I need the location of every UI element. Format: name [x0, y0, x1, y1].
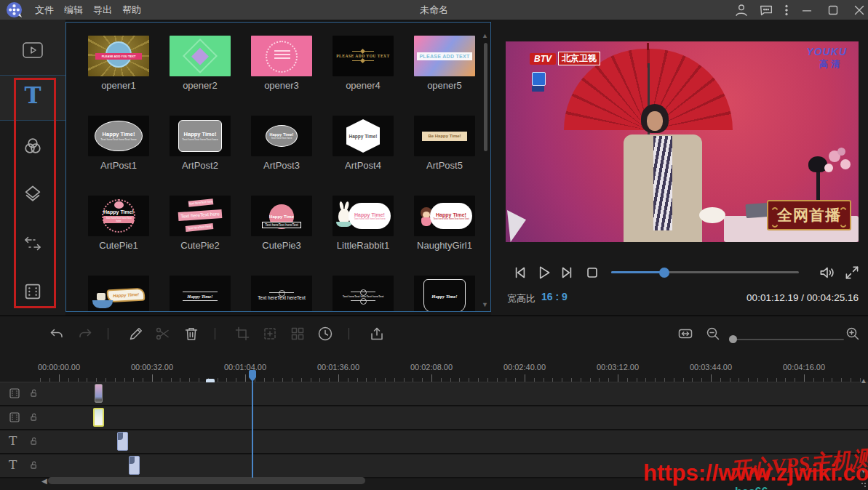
template-item-CutePie3[interactable]: Happy TimeText hereText hereTextCutePie3 [241, 196, 322, 251]
template-item-row4-4[interactable]: Text hereText hereText hereText [322, 276, 404, 312]
template-item-opener2[interactable]: opener2 [159, 36, 241, 91]
filmstrip-icon [7, 387, 22, 400]
template-item-row4-1[interactable]: Happy Time! [78, 276, 159, 312]
filters-icon [22, 136, 44, 156]
minimize-icon[interactable] [799, 2, 815, 18]
hscroll-left-icon[interactable]: ◀ [41, 478, 47, 485]
template-item-row4-3[interactable]: Text hereText hereText [241, 276, 322, 312]
timeline-clip[interactable] [129, 456, 140, 475]
template-item-opener3[interactable]: opener3 [241, 36, 322, 91]
timeline-clip[interactable] [117, 432, 128, 451]
youku-logo: YOUKU [806, 46, 847, 57]
template-label: LittleRabbit1 [322, 240, 404, 251]
delete-icon[interactable] [183, 325, 200, 342]
ruler-timecode: 00:04:16.00 [768, 363, 840, 371]
ruler-timecode: 00:03:44.00 [674, 363, 747, 371]
video-preview[interactable]: BTV 北京卫视 YOUKU 高清 全网首播 [506, 41, 859, 242]
sidebar-tab-transitions[interactable] [21, 232, 44, 255]
sidebar-tab-elements[interactable] [21, 280, 44, 303]
account-icon[interactable] [733, 2, 749, 18]
ruler-timecode: 00:00:32.00 [116, 363, 188, 371]
fit-timeline-icon[interactable] [677, 325, 694, 342]
prev-frame-button[interactable] [511, 263, 530, 282]
text-track-icon: T [9, 457, 17, 472]
unlock-icon[interactable] [29, 388, 39, 398]
template-label: opener4 [322, 80, 404, 91]
text-icon: T [24, 84, 41, 107]
template-item-opener1[interactable]: PLEASE ADD YOU TEXTopener1 [78, 36, 159, 91]
template-item-LittleRabbit1[interactable]: Happy Time!Text hereText hereText hereLi… [322, 196, 404, 251]
zoom-in-icon[interactable] [844, 325, 861, 342]
template-label: CutePie1 [78, 240, 159, 251]
crop-icon [234, 325, 251, 342]
ruler-timecode: 00:01:04.00 [209, 363, 282, 371]
sidebar-tab-filters[interactable] [21, 134, 44, 158]
text-track-icon: T [9, 433, 17, 448]
close-icon[interactable] [851, 2, 867, 18]
zoom-slider[interactable] [729, 339, 844, 340]
timeline-clip[interactable] [95, 384, 103, 403]
template-item-CutePie1[interactable]: Happy Time!Text hereText hereText hereCu… [78, 196, 159, 251]
channel-name: 北京卫视 [558, 52, 600, 65]
unlock-icon[interactable] [29, 436, 39, 446]
timeline-clip-selected[interactable] [93, 408, 104, 427]
track-row-3-text[interactable]: T [0, 430, 868, 454]
overlays-icon [22, 184, 44, 204]
feedback-icon[interactable] [758, 2, 774, 18]
edit-icon[interactable] [127, 325, 145, 342]
sidebar-tab-overlays[interactable] [21, 182, 44, 206]
template-item-ArtPost5[interactable]: Be Happy Time!ArtPost5 [404, 116, 485, 171]
template-scrollbar[interactable] [484, 43, 487, 151]
template-item-opener4[interactable]: PLEASE ADD YOU TEXTopener4 [322, 36, 404, 91]
play-button[interactable] [534, 263, 553, 282]
scroll-down-icon[interactable]: ▼ [482, 302, 488, 308]
track-row-1-video[interactable] [0, 382, 868, 406]
unlock-icon[interactable] [29, 412, 39, 422]
aspect-ratio-value[interactable]: 16 : 9 [541, 291, 568, 302]
next-frame-button[interactable] [557, 263, 576, 282]
undo-icon[interactable] [48, 325, 65, 342]
export-icon[interactable] [368, 325, 386, 342]
timeline-hscrollbar[interactable] [48, 477, 365, 484]
template-label: opener2 [159, 80, 241, 91]
template-item-row4-2[interactable]: Happy Time! [159, 276, 241, 312]
maximize-icon[interactable] [825, 2, 841, 18]
hd-badge: 高清 [819, 58, 843, 71]
zoom-slider-handle[interactable] [729, 335, 737, 343]
template-label: opener3 [241, 80, 322, 91]
timecode: 00:01:12.19 / 00:04:25.16 [746, 292, 859, 303]
sidebar-tab-media[interactable] [21, 39, 44, 62]
template-label: opener5 [404, 80, 485, 91]
more-icon[interactable] [779, 2, 795, 18]
duration-icon[interactable] [316, 325, 334, 342]
sidebar: T [0, 20, 65, 316]
template-panel: PLEASE ADD YOU TEXTopener1opener2opener3… [65, 22, 491, 312]
template-item-NaughtyGirl1[interactable]: Happy Time!Text hereText hereText hereTe… [404, 196, 485, 251]
template-item-opener5[interactable]: PLEASE ADD TEXTopener5 [404, 36, 485, 91]
sidebar-tab-text[interactable]: T [21, 84, 44, 107]
track-row-2-video[interactable] [0, 406, 868, 430]
btv-logo: BTV [530, 53, 556, 65]
zoom-out-icon[interactable] [704, 325, 722, 342]
template-label: ArtPost3 [241, 160, 322, 171]
volume-icon[interactable] [818, 263, 837, 282]
template-item-CutePie2[interactable]: Text hereText hereText hereText hereText… [159, 196, 241, 251]
unlock-icon[interactable] [29, 460, 39, 470]
template-item-ArtPost4[interactable]: Happy Time!ArtPost4 [322, 116, 404, 171]
ruler-timecode: 00:02:40.00 [488, 363, 561, 371]
scroll-up-icon[interactable]: ▲ [482, 33, 488, 39]
stop-button[interactable] [583, 263, 602, 282]
template-label: ArtPost2 [159, 160, 241, 171]
ruler-timecode: 00:01:36.00 [302, 363, 375, 371]
ruler-timecode: 00:02:08.00 [395, 363, 468, 371]
template-item-row4-5[interactable]: Happy Time! [404, 276, 485, 312]
vscroll-up-icon[interactable]: ▲ [860, 377, 867, 385]
template-item-ArtPost2[interactable]: Happy Time!Text hereText hereText hereAr… [159, 116, 241, 171]
template-label: ArtPost1 [78, 160, 159, 171]
template-label: opener1 [78, 80, 159, 91]
seek-handle[interactable] [659, 268, 669, 278]
fullscreen-icon[interactable] [843, 263, 861, 282]
template-item-ArtPost1[interactable]: Happy Time!Text hereText hereText hereAr… [78, 116, 159, 171]
weather-badge [532, 72, 546, 86]
template-item-ArtPost3[interactable]: Happy Time!Text hereText hereArtPost3 [241, 116, 322, 171]
